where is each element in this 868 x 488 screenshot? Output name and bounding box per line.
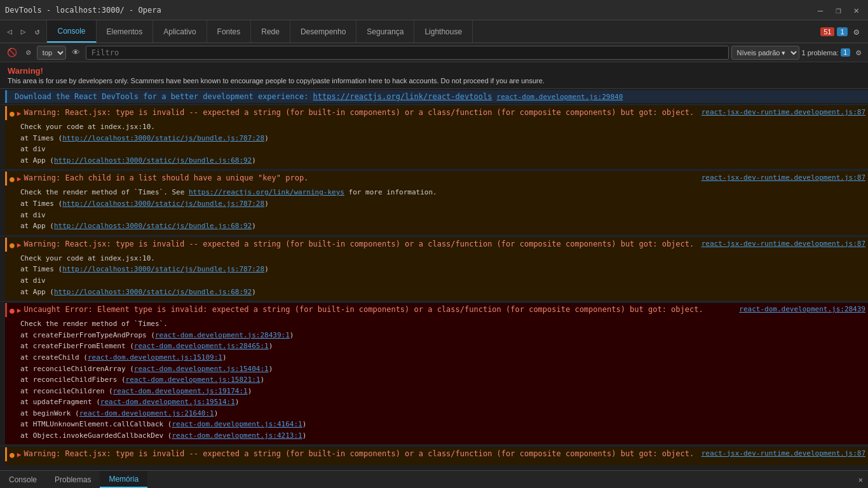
nav-icons: ◁ ▷ ↺ <box>0 20 47 43</box>
warn-dot-4-icon: ● <box>10 450 15 459</box>
settings-icon[interactable]: ⚙ <box>850 25 863 39</box>
stack-link[interactable]: react-dom.development.js:28465:1 <box>134 342 269 350</box>
no-icon[interactable]: ⊘ <box>23 46 34 58</box>
title-bar: DevTools - localhost:3000/ - Opera — ❐ ✕ <box>0 0 868 20</box>
expand-error-icon[interactable]: ▶ <box>17 306 22 315</box>
bottom-tab-memoria[interactable]: Memória <box>100 471 147 488</box>
console-content[interactable]: Download the React DevTools for a better… <box>0 89 868 465</box>
console-entry-warn-4: ● ▶ Warning: React.jsx: type is invalid … <box>0 446 868 465</box>
warn-dot-2-icon: ● <box>10 174 15 184</box>
console-entry-warn-3: ● ▶ Warning: React.jsx: type is invalid … <box>0 236 868 302</box>
tab-rede[interactable]: Rede <box>251 20 290 43</box>
errors-badge: 51 <box>820 27 834 36</box>
stack-link[interactable]: react-dom.development.js:19514:1 <box>100 398 235 406</box>
warning-keys-link[interactable]: https://reactjs.org/link/warning-keys <box>189 188 344 196</box>
console-entry-info: Download the React DevTools for a better… <box>0 89 868 105</box>
warn-1-stack: Check your code at index.jsx:10. at Time… <box>5 120 868 168</box>
expand-3-icon[interactable]: ▶ <box>17 241 22 249</box>
tab-fontes[interactable]: Fontes <box>207 20 252 43</box>
minimize-button[interactable]: — <box>814 4 827 17</box>
uncaught-error-text: Uncaught Error: Element type is invalid:… <box>24 305 734 314</box>
close-button[interactable]: ✕ <box>850 4 863 17</box>
tab-desempenho[interactable]: Desempenho <box>290 20 356 43</box>
error-stack: Check the render method of `Times`. at c… <box>5 317 868 444</box>
warn-dot-3-icon: ● <box>10 240 15 250</box>
warn-3-source[interactable]: react-jsx-dev-runtime.development.js:87 <box>702 240 865 248</box>
forward-icon[interactable]: ▷ <box>18 25 29 37</box>
bottom-tabs: Console Problemas Memória ✕ <box>0 470 868 488</box>
expand-icon[interactable]: ▶ <box>17 109 22 118</box>
window-controls: — ❐ ✕ <box>814 4 863 17</box>
warning-text-3: Warning: React.jsx: type is invalid -- e… <box>24 240 696 248</box>
eye-icon[interactable]: 👁 <box>69 46 83 58</box>
warn-2-source[interactable]: react-jsx-dev-runtime.development.js:87 <box>702 173 865 182</box>
warn-4-stack: Check your code at index.jsx:10. at Time… <box>5 461 868 465</box>
bottom-tab-console[interactable]: Console <box>0 471 46 488</box>
back-icon[interactable]: ◁ <box>4 25 15 37</box>
stack-link[interactable]: http://localhost:3000/static/js/bundle.j… <box>62 265 264 273</box>
info-line: Download the React DevTools for a better… <box>5 90 868 103</box>
console-toolbar: 🚫 ⊘ top 👁 Níveis padrão ▾ 1 problema: 1 … <box>0 43 868 62</box>
tabs-bar: ◁ ▷ ↺ Console Elementos Aplicativo Fonte… <box>0 20 868 43</box>
bottom-tab-problemas[interactable]: Problemas <box>46 471 100 488</box>
stack-link[interactable]: react-dom.development.js:15404:1 <box>134 365 269 373</box>
stack-link[interactable]: react-dom.development.js:15821:1 <box>126 376 261 384</box>
warn-3-stack: Check your code at index.jsx:10. at Time… <box>5 252 868 300</box>
warn-dot-icon: ● <box>10 109 15 118</box>
info-source[interactable]: react-dom.development.js:29840 <box>497 93 623 101</box>
warning-banner: Warning! This area is for use by develop… <box>0 62 868 89</box>
warn-1-source[interactable]: react-jsx-dev-runtime.development.js:87 <box>702 108 865 116</box>
warning-line-4: ● ▶ Warning: React.jsx: type is invalid … <box>5 447 868 461</box>
title-text: DevTools - localhost:3000/ - Opera <box>5 6 161 15</box>
tab-elementos[interactable]: Elementos <box>97 20 154 43</box>
react-devtools-link[interactable]: https://reactjs.org/link/react-devtools <box>313 92 492 101</box>
settings-toolbar-icon[interactable]: ⚙ <box>853 46 864 58</box>
tab-lighthouse[interactable]: Lighthouse <box>414 20 473 43</box>
context-select[interactable]: top <box>37 46 66 60</box>
warning-title: Warning! <box>8 66 860 76</box>
expand-2-icon[interactable]: ▶ <box>17 175 22 183</box>
info-text: Download the React DevTools for a better… <box>15 92 313 101</box>
warn-2-stack: Check the render method of `Times`. See … <box>5 186 868 234</box>
stack-link[interactable]: http://localhost:3000/static/js/bundle.j… <box>62 200 264 208</box>
tab-console[interactable]: Console <box>47 20 96 43</box>
clear-console-icon[interactable]: 🚫 <box>4 46 20 58</box>
problems-badge: 1 <box>841 48 851 57</box>
stack-link[interactable]: react-dom.development.js:21640:1 <box>79 409 214 417</box>
stack-link[interactable]: react-dom.development.js:4213:1 <box>172 431 302 440</box>
tab-seguranca[interactable]: Segurança <box>356 20 414 43</box>
refresh-icon[interactable]: ↺ <box>32 25 43 37</box>
problems-count: 1 problema: 1 <box>802 48 851 57</box>
warning-line-1: ● ▶ Warning: React.jsx: type is invalid … <box>5 106 868 120</box>
stack-link[interactable]: react-dom.development.js:19174:1 <box>113 387 248 395</box>
warning-line-3: ● ▶ Warning: React.jsx: type is invalid … <box>5 238 868 252</box>
stack-link[interactable]: react-dom.development.js:4164:1 <box>172 420 302 428</box>
tab-aplicativo[interactable]: Aplicativo <box>153 20 207 43</box>
bottom-close-icon[interactable]: ✕ <box>853 471 868 488</box>
warning-text-1: Warning: React.jsx: type is invalid -- e… <box>24 108 696 117</box>
stack-link[interactable]: http://localhost:3000/static/js/bundle.j… <box>54 288 252 296</box>
warnings-badge: 1 <box>837 27 847 36</box>
levels-select[interactable]: Níveis padrão ▾ <box>731 46 799 60</box>
console-entry-error: ● ▶ Uncaught Error: Element type is inva… <box>0 302 868 446</box>
console-entry-warn-2: ● ▶ Warning: Each child in a list should… <box>0 170 868 236</box>
stack-link[interactable]: http://localhost:3000/static/js/bundle.j… <box>54 156 252 165</box>
console-entry-warn-1: ● ▶ Warning: React.jsx: type is invalid … <box>0 105 868 170</box>
error-dot-icon: ● <box>10 306 15 315</box>
warning-text-4: Warning: React.jsx: type is invalid -- e… <box>24 449 696 458</box>
warning-line-2: ● ▶ Warning: Each child in a list should… <box>5 172 868 186</box>
warn-4-source[interactable]: react-jsx-dev-runtime.development.js:87 <box>702 449 865 458</box>
stack-link[interactable]: react-dom.development.js:28439:1 <box>155 331 290 339</box>
uncaught-source[interactable]: react-dom.development.js:28439 <box>739 305 865 313</box>
stack-link[interactable]: http://localhost:3000/static/js/bundle.j… <box>54 222 252 230</box>
warning-text: This area is for use by developers only.… <box>8 77 860 85</box>
stack-link[interactable]: http://localhost:3000/static/js/bundle.j… <box>62 134 264 142</box>
uncaught-line: ● ▶ Uncaught Error: Element type is inva… <box>5 303 868 317</box>
warning-text-2: Warning: Each child in a list should hav… <box>24 173 696 182</box>
filter-input[interactable] <box>86 46 729 60</box>
stack-link[interactable]: react-dom.development.js:15109:1 <box>88 353 222 362</box>
expand-4-icon[interactable]: ▶ <box>17 451 22 459</box>
maximize-button[interactable]: ❐ <box>832 4 844 17</box>
tabs-right: 51 1 ⚙ <box>820 20 868 43</box>
